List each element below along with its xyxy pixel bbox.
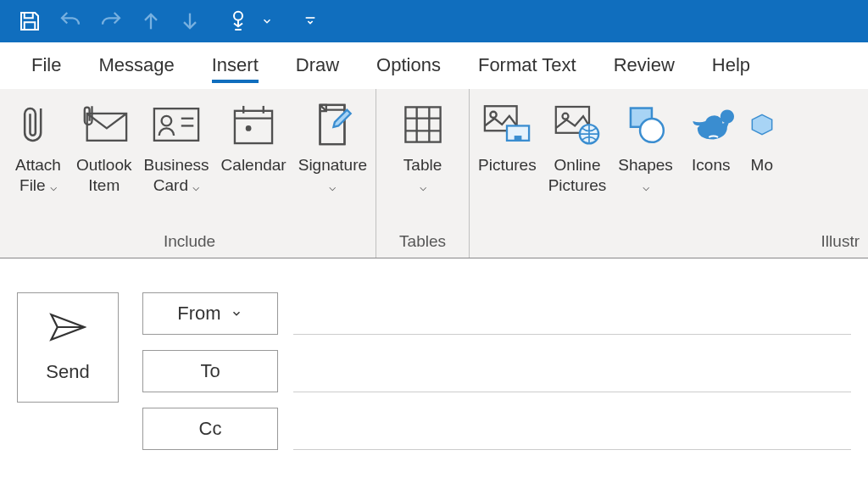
undo-icon[interactable] xyxy=(58,8,83,34)
chevron-down-icon: ⌵ xyxy=(192,180,199,193)
quick-access-toolbar xyxy=(0,0,868,42)
svg-rect-8 xyxy=(235,111,272,143)
send-label: Send xyxy=(46,361,89,383)
table-icon xyxy=(402,99,444,150)
svg-rect-14 xyxy=(405,107,440,142)
icons-button[interactable]: Icons xyxy=(682,97,741,177)
ribbon-group-include: Attach File ⌵ Outlook Item xyxy=(3,89,376,258)
envelope-attachment-icon xyxy=(80,99,129,150)
ribbon-tabs: File Message Insert Draw Options Format … xyxy=(0,42,868,89)
cc-label: Cc xyxy=(199,418,222,440)
chevron-down-icon: ⌵ xyxy=(50,180,57,193)
arrow-up-icon[interactable] xyxy=(139,9,163,33)
pictures-button[interactable]: Pictures xyxy=(475,97,540,177)
calendar-button[interactable]: Calendar xyxy=(218,97,290,177)
table-label: Table xyxy=(403,156,442,174)
ribbon: Attach File ⌵ Outlook Item xyxy=(0,89,868,258)
from-input[interactable] xyxy=(293,292,851,335)
cc-button[interactable]: Cc xyxy=(142,408,278,450)
to-label: To xyxy=(200,360,220,382)
svg-point-2 xyxy=(234,12,242,20)
business-card-button[interactable]: Business Card ⌵ xyxy=(140,97,212,197)
svg-point-12 xyxy=(247,126,250,130)
svg-rect-1 xyxy=(25,22,36,30)
svg-rect-22 xyxy=(515,136,522,141)
shapes-button[interactable]: Shapes⌵ xyxy=(615,97,676,197)
tab-draw[interactable]: Draw xyxy=(277,42,358,83)
outlook-item-button[interactable]: Outlook Item xyxy=(73,97,135,197)
touch-mode-icon[interactable] xyxy=(225,8,251,34)
tab-format-text[interactable]: Format Text xyxy=(459,42,595,83)
3d-models-button[interactable]: Mo xyxy=(746,97,778,177)
calendar-icon xyxy=(231,99,276,150)
chevron-down-icon: ⌵ xyxy=(643,180,649,193)
save-icon[interactable] xyxy=(17,8,42,34)
contact-card-icon xyxy=(152,99,201,150)
calendar-label: Calendar xyxy=(221,155,287,175)
include-group-label: Include xyxy=(8,232,370,254)
svg-point-27 xyxy=(640,119,664,142)
chevron-down-icon: ⌵ xyxy=(420,180,426,193)
cube-icon xyxy=(749,99,775,150)
online-pictures-label: Online Pictures xyxy=(548,155,607,196)
illustrations-group-label: Illustr xyxy=(475,232,863,254)
icons-label: Icons xyxy=(692,155,730,175)
online-pictures-button[interactable]: Online Pictures xyxy=(545,97,610,197)
paperclip-icon xyxy=(22,99,54,150)
chevron-down-icon[interactable] xyxy=(261,15,273,27)
tab-file[interactable]: File xyxy=(13,42,80,83)
qat-customize-icon[interactable] xyxy=(303,14,317,28)
svg-point-20 xyxy=(491,112,497,118)
to-row: To xyxy=(142,350,851,392)
table-button[interactable]: Table⌵ xyxy=(393,97,453,197)
header-fields: From To Cc xyxy=(142,292,851,450)
pictures-label: Pictures xyxy=(478,155,537,175)
tab-options[interactable]: Options xyxy=(358,42,459,83)
signature-icon xyxy=(310,99,354,150)
online-picture-icon xyxy=(554,99,601,150)
shapes-icon xyxy=(625,99,667,150)
send-button[interactable]: Send xyxy=(17,292,119,403)
picture-icon xyxy=(482,99,531,150)
cc-row: Cc xyxy=(142,408,851,450)
outlook-item-label: Outlook Item xyxy=(76,155,131,196)
to-button[interactable]: To xyxy=(142,350,278,392)
tab-insert[interactable]: Insert xyxy=(193,42,277,83)
chevron-down-icon: ⌵ xyxy=(329,180,336,193)
duck-icon xyxy=(688,99,734,150)
redo-icon[interactable] xyxy=(98,8,124,34)
compose-pane: Send From To Cc xyxy=(0,258,868,484)
send-icon xyxy=(49,312,86,346)
from-row: From xyxy=(142,292,851,335)
tab-help[interactable]: Help xyxy=(693,42,769,83)
tab-review[interactable]: Review xyxy=(595,42,693,83)
arrow-down-icon[interactable] xyxy=(178,9,202,33)
tables-group-label: Tables xyxy=(381,232,464,254)
tab-message[interactable]: Message xyxy=(80,42,192,83)
signature-label: Signature xyxy=(298,156,367,174)
svg-point-5 xyxy=(162,116,172,126)
svg-rect-0 xyxy=(25,13,33,18)
business-card-label: Business Card xyxy=(143,156,209,194)
shapes-label: Shapes xyxy=(618,156,672,174)
to-input[interactable] xyxy=(293,350,851,392)
attach-file-button[interactable]: Attach File ⌵ xyxy=(8,97,68,197)
signature-button[interactable]: Signature⌵ xyxy=(295,97,370,197)
ribbon-group-illustrations: Pictures Online Pictures xyxy=(470,89,868,258)
from-button[interactable]: From xyxy=(142,292,278,335)
from-label: From xyxy=(177,303,220,325)
svg-rect-4 xyxy=(154,108,198,141)
ribbon-group-tables: Table⌵ Tables xyxy=(376,89,470,258)
models-label: Mo xyxy=(751,155,773,175)
cc-input[interactable] xyxy=(293,408,851,450)
chevron-down-icon xyxy=(230,308,243,319)
svg-point-24 xyxy=(563,114,569,119)
